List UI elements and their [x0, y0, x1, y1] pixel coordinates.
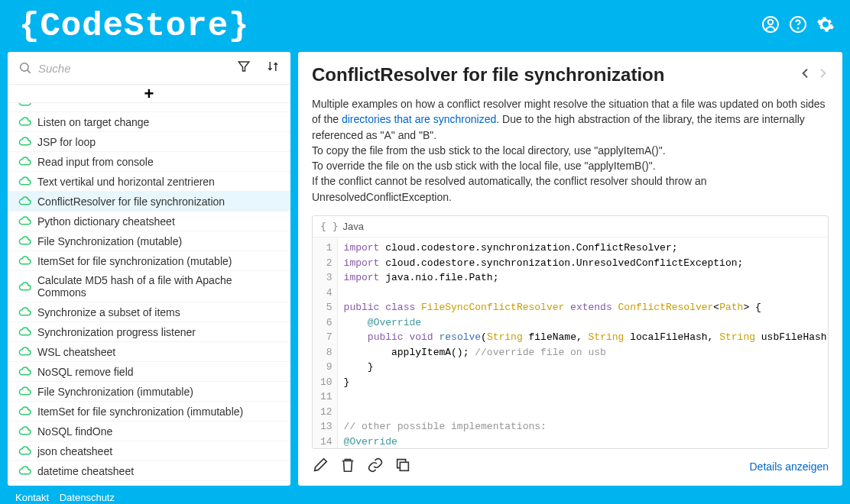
delete-icon[interactable]: [339, 457, 356, 477]
sidebar: + Listen on target changeJSP for loopRea…: [8, 52, 290, 486]
search-input[interactable]: [38, 62, 226, 75]
list-item-label: ConflictResolver for file synchronizatio…: [37, 195, 225, 208]
link-icon[interactable]: [367, 457, 384, 477]
list-item-label: Synchronization progress listener: [37, 326, 196, 338]
svg-line-5: [28, 70, 31, 73]
sort-button[interactable]: [261, 58, 284, 78]
desc-line3: To override the file on the usb stick wi…: [312, 160, 656, 172]
filter-button[interactable]: [232, 58, 255, 78]
list-item-label: Read input from console: [37, 156, 154, 168]
list-item[interactable]: NoSQL remove field: [8, 362, 290, 382]
list-item-label: File Synchronization (immutable): [37, 386, 193, 398]
list-item[interactable]: WSL cheatsheet: [8, 342, 290, 362]
app-header: {CodeStore}: [0, 0, 850, 52]
list-item-label: json cheatsheet: [37, 445, 112, 457]
list-item-label: WSL cheatsheet: [37, 346, 115, 358]
details-link[interactable]: Details anzeigen: [749, 460, 829, 473]
description: Multiple examples on how a conflict reso…: [312, 96, 829, 205]
desc-line4: If the conflict cannot be resolved autom…: [312, 175, 706, 202]
list-item[interactable]: Synchronization progress listener: [8, 322, 290, 342]
code-language-bar: { } Java: [313, 216, 828, 237]
logo: {CodeStore}: [19, 7, 249, 45]
footer-datenschutz[interactable]: Datenschutz: [60, 492, 115, 503]
prev-button[interactable]: [800, 67, 812, 82]
desc-line2: To copy the file from the usb stick to t…: [312, 144, 666, 157]
action-icons: [312, 457, 411, 477]
search-row: [8, 52, 290, 85]
svg-point-4: [21, 63, 29, 72]
list-item[interactable]: NoSQL findOne: [8, 422, 290, 441]
svg-point-3: [798, 28, 799, 29]
list-item-label: Python dictionary cheatsheet: [37, 215, 175, 228]
code-block: { } Java 1234567891011121314151617181920…: [312, 215, 829, 449]
list-item[interactable]: Calculate MD5 hash of a file with Apache…: [8, 271, 290, 302]
footer: Kontakt Datenschutz: [0, 486, 850, 503]
content-panel: ConflictResolver for file synchronizatio…: [298, 52, 842, 486]
edit-icon[interactable]: [312, 457, 329, 477]
user-icon[interactable]: [761, 15, 780, 37]
page-title: ConflictResolver for file synchronizatio…: [312, 64, 664, 86]
code-content[interactable]: 1234567891011121314151617181920 import c…: [313, 237, 828, 448]
list-item[interactable]: JSP for loop: [8, 132, 290, 152]
footer-kontakt[interactable]: Kontakt: [15, 492, 49, 503]
action-bar: Details anzeigen: [312, 449, 829, 477]
list-item[interactable]: ItemSet for file synchronization (mutabl…: [8, 251, 290, 271]
list-item-label: JSP for loop: [37, 136, 96, 148]
list-item[interactable]: Python dictionary cheatsheet: [8, 212, 290, 231]
main-layout: + Listen on target changeJSP for loopRea…: [0, 52, 850, 486]
list-item-label: datetime cheatsheet: [37, 465, 134, 477]
list-item-label: Synchronize a subset of items: [37, 306, 180, 318]
add-button[interactable]: +: [144, 86, 154, 102]
svg-rect-7: [400, 462, 408, 470]
search-icon: [18, 61, 32, 75]
next-button: [816, 67, 829, 82]
list-item-label: Listen on target change: [37, 116, 149, 128]
list-item[interactable]: File Synchronization (immutable): [8, 382, 290, 402]
nav-arrows: [800, 67, 829, 82]
desc-link[interactable]: directories that are synchronized: [342, 113, 496, 125]
list-item[interactable]: Listen on target change: [8, 112, 290, 132]
list-item-label: Calculate MD5 hash of a file with Apache…: [37, 274, 280, 299]
header-icons: [761, 15, 835, 37]
line-gutter: 1234567891011121314151617181920: [313, 237, 338, 448]
list-item-label: File Synchronization (mutable): [37, 235, 182, 247]
copy-icon[interactable]: [394, 457, 411, 477]
list-item[interactable]: Synchronize a subset of items: [8, 302, 290, 322]
code-lines[interactable]: import cloud.codestore.synchronization.C…: [338, 237, 828, 448]
content-header: ConflictResolver for file synchronizatio…: [312, 64, 829, 86]
svg-marker-6: [238, 62, 249, 71]
svg-point-1: [768, 20, 773, 24]
list-item[interactable]: json cheatsheet: [8, 441, 290, 461]
list-item-label: ItemSet for file synchronization (mutabl…: [37, 255, 232, 267]
list-item-label: ItemSet for file synchronization (immuta…: [37, 405, 243, 418]
list-item-label: format strings: [37, 485, 102, 486]
list-item-label: NoSQL findOne: [37, 425, 112, 438]
list-item-label: Text vertikal und horizontal zentrieren: [37, 176, 215, 188]
list-item[interactable]: datetime cheatsheet: [8, 461, 290, 481]
list-item[interactable]: File Synchronization (mutable): [8, 231, 290, 251]
language-label: Java: [342, 221, 363, 232]
list-item[interactable]: format strings: [8, 481, 290, 486]
list-item[interactable]: [8, 103, 290, 112]
list-item[interactable]: ItemSet for file synchronization (immuta…: [8, 402, 290, 422]
braces-icon: { }: [320, 221, 338, 232]
list-item[interactable]: ConflictResolver for file synchronizatio…: [8, 192, 290, 212]
gear-icon[interactable]: [816, 15, 835, 37]
list-item-label: NoSQL remove field: [37, 366, 134, 378]
add-row: +: [8, 85, 290, 103]
help-icon[interactable]: [789, 15, 807, 37]
list-item[interactable]: Read input from console: [8, 152, 290, 172]
list-item[interactable]: Text vertikal und horizontal zentrieren: [8, 172, 290, 192]
snippet-list[interactable]: Listen on target changeJSP for loopRead …: [8, 103, 290, 486]
